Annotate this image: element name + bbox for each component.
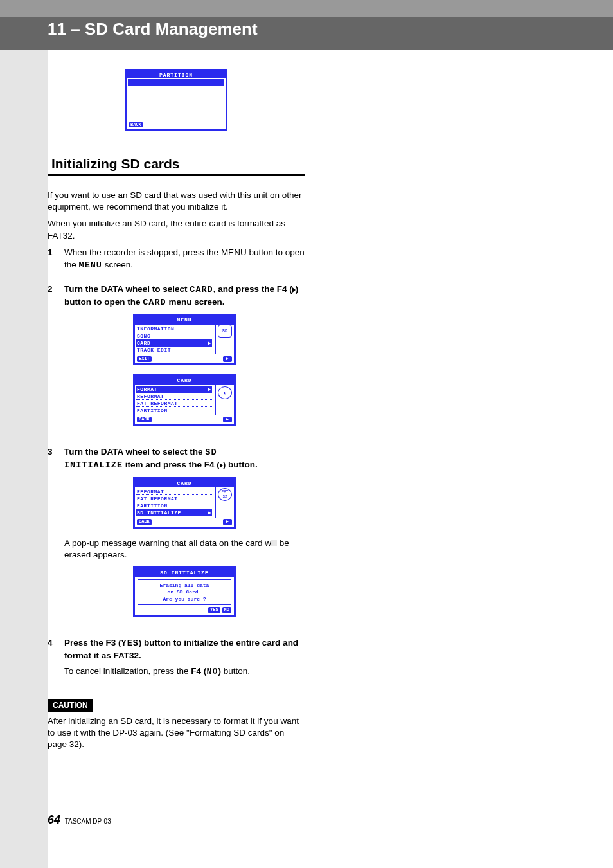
step-3: 3 Turn the DATA wheel to select the SD I… xyxy=(48,446,305,625)
lcd-row: REFORMAT xyxy=(136,393,212,400)
lcd-row: PARTITION xyxy=(136,407,212,414)
section-heading: Initializing SD cards xyxy=(48,156,305,176)
lcd-back-button: BACK xyxy=(137,417,152,423)
step-number: 3 xyxy=(48,446,55,625)
lcd-row: FAT REFORMAT xyxy=(136,400,212,407)
lcd-exit-button: EXIT xyxy=(137,356,152,363)
page-footer: 64 TASCAM DP-03 xyxy=(48,813,111,827)
lcd-row: INFORMATION xyxy=(136,325,212,332)
lcd-title: PARTITION xyxy=(127,71,226,78)
product-name: TASCAM DP-03 xyxy=(65,818,111,825)
no-label: NO xyxy=(206,667,218,676)
caution-label: CAUTION xyxy=(48,699,93,712)
lcd-card-screenshot: CARD FORMAT▶ REFORMAT FAT REFORMAT PARTI… xyxy=(133,374,236,426)
lcd-back-button: BACK xyxy=(129,122,143,127)
cancel-text: To cancel initialization, press the xyxy=(64,666,191,676)
lcd-no-button: NO xyxy=(222,607,231,613)
card-label: CARD xyxy=(143,298,166,307)
lcd-title: MENU xyxy=(135,316,234,324)
fat32-icon: FAT32 xyxy=(218,488,232,501)
lcd-star-icon: * xyxy=(220,79,224,85)
step-body: Press the F3 (YES) button to initialize … xyxy=(64,637,305,683)
lcd-play-button: ▶ xyxy=(223,519,232,525)
yes-label: YES xyxy=(121,638,139,648)
step-4: 4 Press the F3 (YES) button to initializ… xyxy=(48,637,305,683)
step-follow-text: A pop-up message warning that all data o… xyxy=(64,538,305,561)
top-margin xyxy=(0,0,613,17)
step-number: 1 xyxy=(48,247,55,272)
lcd-play-button: ▶ xyxy=(223,417,232,423)
lcd-row: PARTITION xyxy=(136,502,212,509)
step-2: 2 Turn the DATA wheel to select CARD, an… xyxy=(48,284,305,435)
content-column: PARTITION PARTITION01 :908MB * BACK Init… xyxy=(48,64,305,755)
lcd-card-initialize-screenshot: CARD REFORMAT FAT REFORMAT PARTITION SD … xyxy=(133,477,236,529)
step-body: When the recorder is stopped, press the … xyxy=(64,247,305,272)
lcd-row: SONG xyxy=(136,332,212,339)
intro-paragraph-2: When you initialize an SD card, the enti… xyxy=(48,218,305,241)
step-body: Turn the DATA wheel to select the SD INI… xyxy=(64,446,305,625)
sd-label: SD xyxy=(205,448,217,457)
lcd-back-button: BACK xyxy=(137,519,152,525)
lcd-partition-screenshot: PARTITION PARTITION01 :908MB * BACK xyxy=(125,69,227,131)
intro-paragraph-1: If you want to use an SD card that was u… xyxy=(48,190,305,213)
sd-icon: SD xyxy=(218,325,232,338)
lcd-row-selected: SD INITIALIZE▶ xyxy=(136,509,212,516)
caution-text: After initializing an SD card, it is nec… xyxy=(48,716,305,751)
chapter-title: 11 – SD Card Management xyxy=(48,19,258,39)
lcd-row-selected: FORMAT▶ xyxy=(136,386,212,393)
lcd-dialog-screenshot: SD INITIALIZE Erasing all data on SD Car… xyxy=(133,566,236,617)
step-body: Turn the DATA wheel to select CARD, and … xyxy=(64,284,305,435)
lcd-row: REFORMAT xyxy=(136,488,212,495)
step-number: 4 xyxy=(48,637,55,683)
lcd-play-button: ▶ xyxy=(223,356,232,363)
disc-icon: ◐ xyxy=(218,386,232,399)
lcd-title: CARD xyxy=(135,479,234,487)
lcd-yes-button: YES xyxy=(208,607,220,613)
lcd-row-partition01: PARTITION01 :908MB xyxy=(128,79,224,86)
step-number: 2 xyxy=(48,284,55,435)
step-1: 1 When the recorder is stopped, press th… xyxy=(48,247,305,272)
lcd-title: SD INITIALIZE xyxy=(135,568,234,577)
initialize-label: INITIALIZE xyxy=(64,460,123,470)
dialog-message: Erasing all data on SD Card. Are you sur… xyxy=(138,579,231,605)
card-label: CARD xyxy=(190,285,213,294)
menu-label: MENU xyxy=(79,260,102,270)
steps-list: 1 When the recorder is stopped, press th… xyxy=(48,247,305,683)
lcd-row: FAT REFORMAT xyxy=(136,495,212,502)
lcd-row: TRACK EDIT xyxy=(136,347,212,354)
lcd-row-selected: CARD▶ xyxy=(136,339,212,347)
lcd-menu-screenshot: MENU INFORMATION SONG CARD▶ TRACK EDIT S… xyxy=(133,314,236,365)
page-number: 64 xyxy=(48,813,60,826)
side-margin xyxy=(0,0,48,868)
lcd-title: CARD xyxy=(135,376,234,384)
